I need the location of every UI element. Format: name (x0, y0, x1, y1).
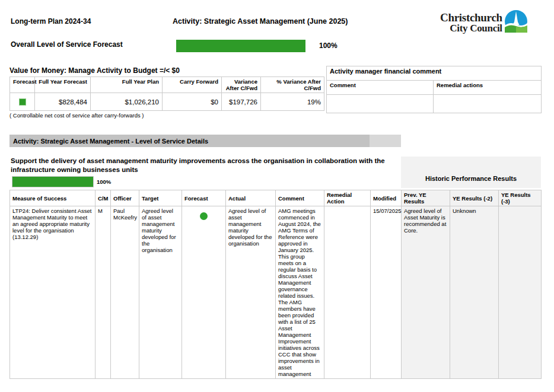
col-header-los-forecast: Forecast (182, 190, 226, 206)
value-for-money-table: Forecast Full Year Forecast Full Year Pl… (9, 77, 324, 111)
prev-ye-results-value: Agreed level of Asset Maturity is recomm… (402, 206, 450, 379)
remedial-actions-value (434, 95, 542, 113)
ye-results-3-value (499, 206, 542, 379)
vfm-header-row: Forecast Full Year Forecast Full Year Pl… (10, 77, 324, 93)
measure-progress-percent: 100% (97, 179, 111, 185)
full-year-plan-value: $1,026,210 (91, 93, 163, 111)
fin-header-row: Comment Remedial actions (327, 81, 542, 95)
los-comment-value: AMG meetings commenced in August 2024, t… (276, 206, 324, 379)
officer-value: Paul McKeefry (111, 206, 139, 379)
page-title: Activity: Strategic Asset Management (Ju… (173, 17, 348, 26)
full-year-forecast-value: $828,484 (35, 93, 91, 111)
col-header-los-comment: Comment (276, 190, 324, 206)
plan-title: Long-term Plan 2024-34 (11, 17, 91, 26)
fin-title-row: Activity manager financial comment (327, 66, 542, 81)
ye-results-2-value: Unknown (450, 206, 499, 379)
remedial-action-value (324, 206, 371, 379)
historic-performance-title: Historic Performance Results (425, 175, 517, 188)
col-header-pct-variance-after-cfwd: % Variance After C/Fwd (261, 77, 324, 93)
col-header-prev-ye-results: Prev. YE Results (402, 190, 450, 206)
los-data-row: LTP24: Deliver consistent Asset Manageme… (10, 206, 542, 379)
historic-performance-box: Historic Performance Results (401, 157, 541, 188)
col-header-remedial-action: Remedial Action (324, 190, 371, 206)
measure-of-success-value: LTP24: Deliver consistent Asset Manageme… (10, 206, 95, 379)
los-header-row: Measure of Success C/M Officer Target Fo… (10, 190, 542, 206)
report-page: Long-term Plan 2024-34 Activity: Strateg… (0, 0, 554, 392)
cathedral-spire-icon (505, 10, 527, 35)
overall-forecast-progress-fill (176, 40, 305, 52)
financial-comment-title: Activity manager financial comment (327, 66, 542, 81)
col-header-officer: Officer (111, 190, 139, 206)
section-header-bar: Activity: Strategic Asset Management - L… (9, 135, 401, 147)
value-for-money-title: Value for Money: Manage Activity to Budg… (9, 66, 180, 75)
col-header-comment: Comment (327, 81, 434, 95)
col-header-modified: Modified (371, 190, 402, 206)
col-header-ye-results-2: YE Results (-2) (450, 190, 499, 206)
actual-value: Agreed level of asset management maturit… (226, 206, 276, 379)
financial-comment-table: Activity manager financial comment Comme… (326, 66, 542, 113)
financial-comment-value (327, 95, 434, 113)
pct-variance-after-cfwd-value: 19% (261, 93, 324, 111)
col-header-full-year-plan: Full Year Plan (91, 77, 163, 93)
measure-progress-bar (12, 176, 94, 187)
measure-progress-fill (12, 177, 93, 187)
target-value: Agreed level of asset management maturit… (139, 206, 182, 379)
council-logo-text: Christchurch City Council (440, 12, 505, 34)
forecast-status-cell (10, 93, 35, 111)
los-forecast-status-cell (182, 206, 226, 379)
modified-value: 15/07/2025 (371, 206, 402, 379)
measure-heading: Support the delivery of asset management… (11, 157, 399, 174)
overall-forecast-label: Overall Level of Service Forecast (11, 40, 123, 49)
col-header-ye-results-3: YE Results (-3) (499, 190, 542, 206)
vfm-data-row: $828,484 $1,026,210 $0 $197,726 19% (10, 93, 324, 111)
los-table-container: Measure of Success C/M Officer Target Fo… (9, 190, 542, 379)
carry-forward-value: $0 (163, 93, 222, 111)
col-header-target: Target (139, 190, 182, 206)
col-header-actual: Actual (226, 190, 276, 206)
green-circle-status-icon (200, 212, 208, 220)
fin-data-row (327, 95, 542, 113)
col-header-carry-forward: Carry Forward (163, 77, 222, 93)
green-square-status-icon (19, 98, 26, 106)
overall-forecast-progress-bar (176, 40, 305, 52)
level-of-service-table: Measure of Success C/M Officer Target Fo… (9, 190, 542, 379)
cm-value: M (95, 206, 111, 379)
col-header-remedial-actions: Remedial actions (434, 81, 542, 95)
col-header-measure-of-success: Measure of Success (10, 190, 95, 206)
variance-after-cfwd-value: $197,726 (222, 93, 261, 111)
section-header-title: Activity: Strategic Asset Management - L… (9, 138, 208, 145)
col-header-variance-after-cfwd: Variance After C/Fwd (222, 77, 261, 93)
overall-forecast-percent: 100% (319, 42, 338, 50)
col-header-cm: C/M (95, 190, 111, 206)
logo-name-line1: Christchurch (440, 12, 502, 23)
col-header-full-year-forecast: Full Year Forecast (35, 77, 91, 93)
vfm-footnote: ( Controllable net cost of service after… (9, 112, 144, 119)
logo-name-line2: City Council (440, 23, 502, 33)
col-header-forecast: Forecast (10, 77, 35, 93)
council-logo: Christchurch City Council (440, 10, 527, 35)
